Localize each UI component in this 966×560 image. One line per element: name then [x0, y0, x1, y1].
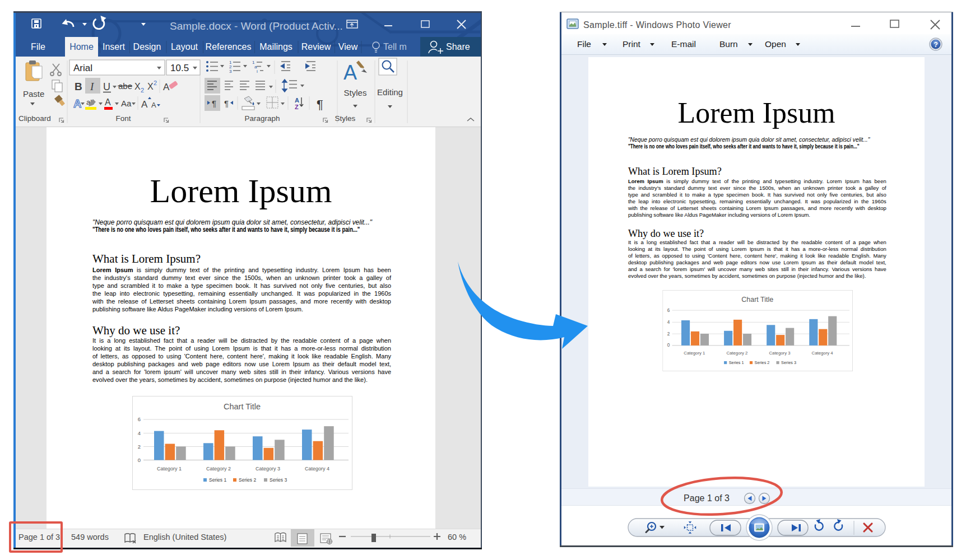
svg-text:A: A	[73, 97, 81, 110]
svg-text:References: References	[206, 42, 252, 52]
svg-text:Mailings: Mailings	[259, 42, 292, 52]
svg-text:Tell m: Tell m	[383, 42, 407, 52]
svg-text:Home: Home	[69, 42, 94, 52]
svg-text:A: A	[151, 101, 156, 109]
svg-text:Arial: Arial	[73, 63, 92, 73]
svg-text:Aa: Aa	[121, 99, 132, 108]
svg-text:Paragraph: Paragraph	[244, 114, 280, 123]
svg-text:Clipboard: Clipboard	[18, 114, 51, 123]
svg-text:Paste: Paste	[23, 89, 44, 99]
svg-text:Styles: Styles	[344, 88, 367, 97]
svg-text:i: i	[257, 69, 258, 74]
svg-text:Layout: Layout	[171, 42, 198, 52]
svg-text:English (United States): English (United States)	[143, 533, 226, 542]
svg-text:B: B	[75, 81, 82, 92]
svg-text:3: 3	[229, 69, 232, 74]
svg-text:Font: Font	[115, 114, 131, 123]
svg-text:¶: ¶	[317, 97, 323, 111]
svg-text:A: A	[163, 82, 170, 92]
svg-text:Styles: Styles	[335, 114, 356, 123]
svg-text:U: U	[103, 81, 110, 92]
svg-text:X: X	[134, 82, 141, 91]
svg-text:?: ?	[934, 41, 938, 49]
svg-text:Editing: Editing	[377, 87, 403, 97]
svg-text:2: 2	[141, 87, 144, 94]
svg-text:60 %: 60 %	[448, 533, 466, 542]
svg-text:X: X	[147, 82, 154, 91]
svg-text:10.5: 10.5	[170, 63, 189, 73]
svg-text:Z: Z	[295, 104, 299, 110]
svg-text:2: 2	[154, 80, 157, 86]
svg-text:Review: Review	[301, 42, 331, 52]
svg-text:A: A	[295, 97, 299, 104]
svg-text:View: View	[338, 42, 358, 52]
svg-text:Sample.tiff - Windows Photo Vi: Sample.tiff - Windows Photo Viewer	[583, 20, 731, 30]
svg-text:549 words: 549 words	[71, 533, 109, 542]
svg-text:Insert: Insert	[103, 42, 126, 52]
svg-text:Design: Design	[133, 42, 161, 52]
svg-text:¶: ¶	[212, 99, 216, 108]
svg-text:A: A	[105, 97, 111, 107]
svg-text:A: A	[343, 61, 357, 84]
svg-text:A: A	[141, 99, 148, 110]
svg-text:¶: ¶	[224, 99, 229, 108]
svg-text:File: File	[31, 42, 45, 52]
svg-text:Share: Share	[446, 42, 470, 52]
svg-text:Sample.docx - Word (Product Ac: Sample.docx - Word (Product Activ...	[170, 20, 343, 32]
